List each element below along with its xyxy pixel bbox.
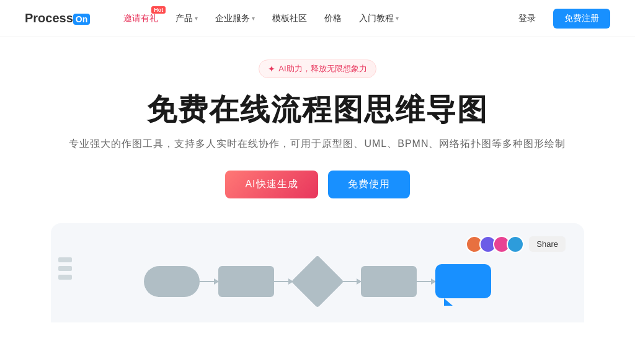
chevron-down-icon: ▾ [195, 15, 198, 22]
nav-item-invite[interactable]: 邀请有礼 Hot [115, 0, 167, 37]
ai-generate-button[interactable]: AI快速生成 [225, 171, 318, 198]
flow-arrow [200, 281, 218, 282]
login-button[interactable]: 登录 [508, 9, 546, 29]
free-use-button[interactable]: 免费使用 [328, 171, 410, 198]
diamond-shape [291, 255, 344, 308]
hero-buttons: AI快速生成 免费使用 [225, 171, 409, 198]
speech-bubble-shape [435, 264, 491, 298]
sidebar-panel [58, 257, 72, 280]
nav-item-product[interactable]: 产品 ▾ [167, 0, 206, 37]
rounded-rect-shape [144, 266, 200, 297]
flowchart-row [69, 263, 566, 300]
avatar [507, 236, 524, 253]
rect-shape [218, 266, 274, 297]
diagram-share-row: Share [69, 236, 566, 253]
flow-shape-start [144, 266, 200, 297]
header-actions: 登录 免费注册 [508, 9, 610, 29]
nav-item-enterprise[interactable]: 企业服务 ▾ [206, 0, 264, 37]
diagram-preview: Share [51, 223, 584, 322]
avatar-group [466, 236, 524, 253]
hero-subtitle: 专业强大的作图工具，支持多人实时在线协作，可用于原型图、UML、BPMN、网络拓… [69, 138, 566, 151]
hero-section: ✦ AI助力，释放无限想象力 免费在线流程图思维导图 专业强大的作图工具，支持多… [0, 37, 635, 322]
sidebar-item [58, 275, 72, 280]
nav-item-templates[interactable]: 模板社区 [264, 0, 316, 37]
nav-pricing-label: 价格 [324, 13, 342, 24]
nav-enterprise-label: 企业服务 [215, 13, 250, 24]
logo-on: On [73, 14, 90, 25]
flow-shape-rect1 [218, 266, 274, 297]
flow-arrow [417, 281, 435, 282]
nav-item-pricing[interactable]: 价格 [316, 0, 350, 37]
nav-templates-label: 模板社区 [272, 13, 307, 24]
ai-badge: ✦ AI助力，释放无限想象力 [259, 60, 376, 78]
rect-shape [361, 266, 417, 297]
sidebar-item [58, 266, 72, 271]
chevron-down-icon: ▾ [252, 15, 255, 22]
hero-title: 免费在线流程图思维导图 [147, 92, 488, 128]
ai-badge-text: AI助力，释放无限想象力 [278, 63, 366, 74]
sidebar-item [58, 257, 72, 262]
register-button[interactable]: 免费注册 [553, 9, 610, 29]
logo-text: ProcessOn [25, 11, 90, 25]
nav-item-tutorial[interactable]: 入门教程 ▾ [350, 0, 407, 37]
nav-invite-label: 邀请有礼 [123, 13, 158, 24]
logo-wordmark: Process [25, 11, 73, 25]
sparkle-icon: ✦ [268, 64, 275, 74]
logo[interactable]: ProcessOn [25, 11, 90, 25]
hot-badge: Hot [151, 6, 166, 14]
flow-arrow [342, 281, 361, 282]
nav-product-label: 产品 [175, 13, 193, 24]
flow-shape-rect2 [361, 266, 417, 297]
header: ProcessOn 邀请有礼 Hot 产品 ▾ 企业服务 ▾ 模板社区 价格 入… [0, 0, 635, 37]
flow-shape-speech [435, 264, 491, 298]
flow-shape-diamond [299, 263, 336, 300]
flow-arrow [274, 281, 293, 282]
main-nav: 邀请有礼 Hot 产品 ▾ 企业服务 ▾ 模板社区 价格 入门教程 ▾ [115, 0, 508, 37]
chevron-down-icon: ▾ [396, 15, 399, 22]
share-button[interactable]: Share [529, 236, 566, 252]
nav-tutorial-label: 入门教程 [359, 13, 394, 24]
